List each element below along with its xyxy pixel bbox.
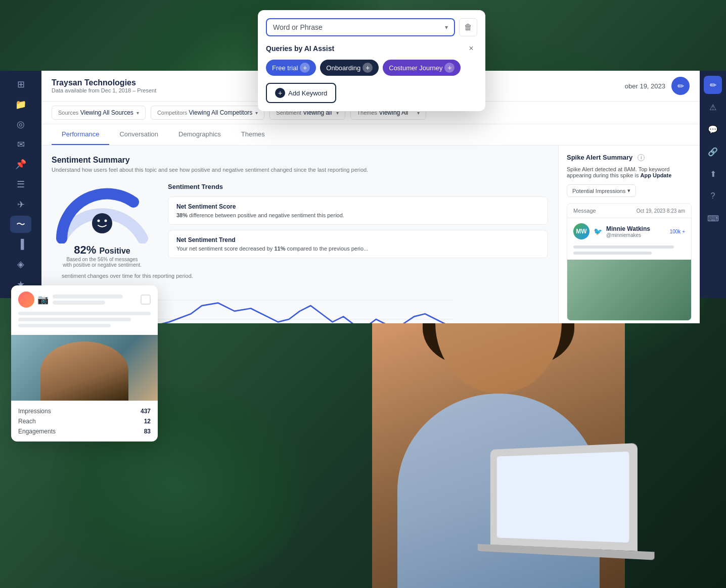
impressions-dropdown[interactable]: Potential Impressions ▾ xyxy=(567,184,636,197)
gauge-percentage: 82% Positive xyxy=(74,243,130,257)
content-line-3 xyxy=(18,324,111,327)
right-link-icon[interactable]: 🔗 xyxy=(704,142,722,161)
sidebar-wave-icon[interactable]: 〜 xyxy=(10,216,31,233)
line-chart-desc: sentiment changes over time for this rep… xyxy=(62,273,538,279)
social-card-header: 📷 xyxy=(11,285,158,312)
company-name: Traysan Technologies xyxy=(52,78,156,87)
trends-title: Sentiment Trends xyxy=(168,183,548,190)
message-image-overlay xyxy=(567,260,691,320)
sidebar: ⊞ 📁 ◎ ✉ 📌 ☰ ✈ 〜 ▐ ◈ ★ xyxy=(0,71,41,298)
right-keyboard-icon[interactable]: ⌨ xyxy=(704,209,722,227)
add-keyword-button[interactable]: + Add Keyword xyxy=(266,83,336,103)
sources-value: Viewing All Sources xyxy=(80,109,133,116)
impressions-chevron-icon: ▾ xyxy=(627,187,630,194)
sidebar-mail-icon[interactable]: ✉ xyxy=(10,136,31,154)
message-label: Message xyxy=(573,208,596,214)
message-skeleton-line-2 xyxy=(573,252,652,255)
social-image-person xyxy=(40,341,128,401)
spike-alert-desc: Spike Alert detected at 8AM. Top keyword… xyxy=(567,166,692,178)
sentiment-summary-desc: Understand how users feel about this top… xyxy=(52,167,548,173)
tab-themes[interactable]: Themes xyxy=(231,124,275,145)
sources-dropdown[interactable]: Sources Viewing All Sources ▾ xyxy=(52,106,146,120)
tag-onboarding-plus-icon[interactable]: + xyxy=(362,63,373,73)
stat-row-impressions: Impressions 437 xyxy=(18,406,151,416)
social-line-1 xyxy=(53,295,123,299)
company-info: Traysan Technologies Data available from… xyxy=(52,78,156,93)
spike-keyword: App Update xyxy=(641,172,672,178)
sidebar-badge-icon[interactable]: ◈ xyxy=(10,256,31,273)
sources-chevron-icon: ▾ xyxy=(137,110,139,116)
sidebar-home-icon[interactable]: ⊞ xyxy=(10,76,31,93)
user-name: Minnie Watkins xyxy=(606,225,650,232)
gauge-sublabel: Based on the 56% of messages with positi… xyxy=(62,257,143,268)
impressions-label: Impressions xyxy=(18,408,51,415)
net-trend-card: Net Sentiment Trend Your net sentiment s… xyxy=(168,230,548,258)
right-alert-icon[interactable]: ⚠ xyxy=(704,98,722,116)
message-header: Message Oct 19, 2023 8:23 am xyxy=(567,204,691,218)
svg-point-0 xyxy=(98,220,100,222)
sidebar-list-icon[interactable]: ☰ xyxy=(10,176,31,193)
tab-demographics[interactable]: Demographics xyxy=(168,124,231,145)
tag-costumer-journey[interactable]: Costumer Journey + xyxy=(383,60,461,76)
keyword-chevron-icon: ▾ xyxy=(445,24,448,31)
header-edit-button[interactable]: ✏ xyxy=(671,77,690,95)
net-trend-title: Net Sentiment Trend xyxy=(176,236,539,243)
add-keyword-plus-icon: + xyxy=(275,88,285,98)
right-help-icon[interactable]: ? xyxy=(704,187,722,205)
social-line-2 xyxy=(53,301,105,305)
smiley-face xyxy=(92,213,112,233)
checkbox-icon[interactable] xyxy=(141,295,151,305)
sidebar-analytics-icon[interactable]: ◎ xyxy=(10,116,31,133)
delete-keyword-button[interactable]: 🗑 xyxy=(459,18,477,36)
keyword-input-row: Word or Phrase ▾ 🗑 xyxy=(266,18,477,36)
user-follower-badge: 100k + xyxy=(670,229,685,234)
right-chat-icon[interactable]: 💬 xyxy=(704,120,722,138)
twitter-icon: 🐦 xyxy=(594,227,602,235)
engagements-value: 83 xyxy=(144,428,151,435)
net-score-card: Net Sentiment Score 38% difference betwe… xyxy=(168,197,548,225)
right-edit-icon[interactable]: ✏ xyxy=(704,76,722,94)
right-panel: Spike Alert Summary i Spike Alert detect… xyxy=(558,145,700,323)
sentiment-trends: Sentiment Trends Net Sentiment Score 38%… xyxy=(168,183,548,268)
header-date: ober 19, 2023 xyxy=(625,82,665,90)
content-line-2 xyxy=(18,318,131,321)
sources-label: Sources xyxy=(58,110,78,116)
tags-row: Free trial + Onboarding + Costumer Journ… xyxy=(266,60,477,76)
tag-onboarding[interactable]: Onboarding + xyxy=(320,60,379,76)
queries-title: Queries by AI Assist xyxy=(266,44,334,53)
message-card: Message Oct 19, 2023 8:23 am MW 🐦 Minnie… xyxy=(567,203,692,321)
message-user-row: MW 🐦 Minnie Watkins @minniemakes 100k + xyxy=(567,218,691,242)
spike-alert-header: Spike Alert Summary i xyxy=(567,154,692,161)
right-upload-icon[interactable]: ⬆ xyxy=(704,165,722,183)
sidebar-bar-chart-icon[interactable]: ▐ xyxy=(10,235,31,253)
tabs-row: Performance Conversation Demographics Th… xyxy=(41,124,700,145)
content-line-1 xyxy=(18,312,151,315)
keyword-input-field[interactable]: Word or Phrase ▾ xyxy=(266,18,455,36)
pencil-icon: ✏ xyxy=(677,81,684,91)
tag-free-trial-plus-icon[interactable]: + xyxy=(300,63,310,73)
sidebar-send-icon[interactable]: ✈ xyxy=(10,195,31,213)
laptop-image xyxy=(490,443,638,551)
stat-row-reach: Reach 12 xyxy=(18,416,151,426)
right-sidebar: ✏ ⚠ 💬 🔗 ⬆ ? ⌨ xyxy=(700,71,726,298)
tag-costumer-journey-plus-icon[interactable]: + xyxy=(444,63,455,73)
net-trend-desc: Your net sentiment score decreased by 11… xyxy=(176,246,539,252)
sidebar-file-icon[interactable]: 📁 xyxy=(10,96,31,114)
close-dialog-button[interactable]: × xyxy=(465,42,477,55)
competitors-dropdown[interactable]: Competitors Viewing All Competitors ▾ xyxy=(151,106,264,120)
sidebar-pin-icon[interactable]: 📌 xyxy=(10,156,31,173)
user-handle: @minniemakes xyxy=(606,232,650,238)
user-info: Minnie Watkins @minniemakes xyxy=(606,225,650,238)
gauge-chart xyxy=(52,183,153,243)
competitors-label: Competitors xyxy=(157,110,187,116)
tab-conversation[interactable]: Conversation xyxy=(109,124,168,145)
tag-free-trial[interactable]: Free trial + xyxy=(266,60,316,76)
social-post-image xyxy=(11,335,158,401)
gauge-container: 82% Positive Based on the 56% of message… xyxy=(52,183,153,268)
engagements-label: Engagements xyxy=(18,428,56,435)
net-score-title: Net Sentiment Score xyxy=(176,203,539,210)
info-icon[interactable]: i xyxy=(638,154,645,161)
queries-header: Queries by AI Assist × xyxy=(266,42,477,55)
message-date: Oct 19, 2023 8:23 am xyxy=(637,208,685,214)
tab-performance[interactable]: Performance xyxy=(52,124,109,145)
